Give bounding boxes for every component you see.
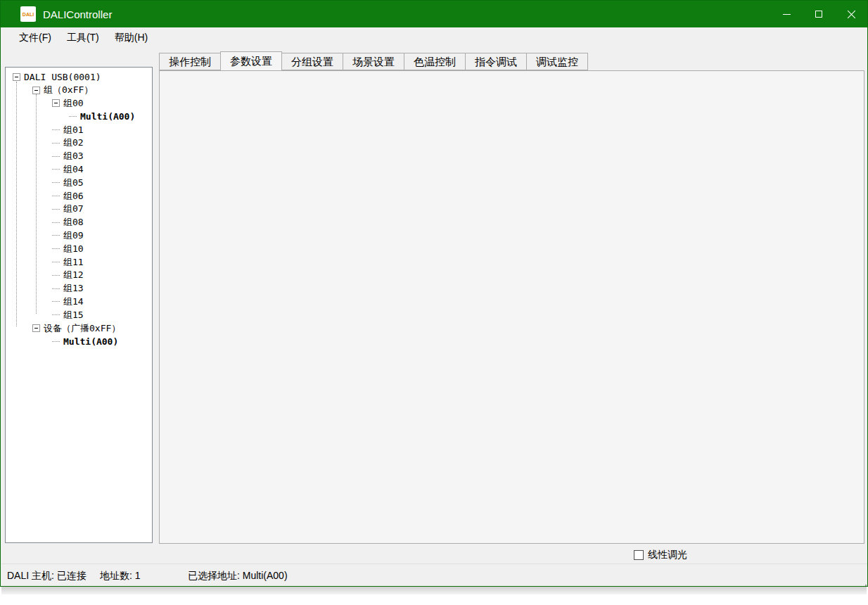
selected-address: 已选择地址: Multi(A00) <box>188 570 288 582</box>
tree-connector <box>52 314 60 315</box>
tree-node-label: 组06 <box>63 190 84 203</box>
tree-connector <box>52 301 60 302</box>
tree-node-label: 组04 <box>63 163 84 176</box>
address-count: 地址数: 1 <box>100 570 141 582</box>
tab-operation-control[interactable]: 操作控制 <box>159 53 221 70</box>
tree-node-multi-a00[interactable]: Multi(A00) <box>6 110 152 123</box>
parameter-settings-page <box>159 70 864 544</box>
tree-node-label: 组12 <box>63 269 84 281</box>
tree-node-group04[interactable]: 组04 <box>6 163 152 177</box>
host-status: DALI 主机: 已连接 <box>7 570 87 582</box>
minimize-icon <box>783 14 791 15</box>
collapse-icon[interactable] <box>52 99 60 107</box>
tree-node-label: 组08 <box>63 216 84 229</box>
tree-connector <box>52 196 60 196</box>
tree-node-group03[interactable]: 组03 <box>6 150 152 163</box>
maximize-button[interactable] <box>803 1 835 27</box>
maximize-icon <box>815 11 822 18</box>
tree-connector <box>52 248 60 249</box>
tree-node-group14[interactable]: 组14 <box>6 295 152 309</box>
tree-connector <box>52 209 60 210</box>
tab-command-debug[interactable]: 指令调试 <box>465 53 527 70</box>
tree-node-group13[interactable]: 组13 <box>6 282 152 295</box>
tree-connector <box>52 143 60 144</box>
app-window: DALI DALIController 文件(F) 工具(T) 帮助(H) DA… <box>0 0 868 587</box>
checkbox-label: 线性调光 <box>648 549 687 561</box>
tree-node-label: 组10 <box>63 243 84 255</box>
menu-bar: 文件(F) 工具(T) 帮助(H) <box>1 27 867 49</box>
tab-scene-settings[interactable]: 场景设置 <box>343 53 404 70</box>
tree-node-device-broadcast[interactable]: 设备（广播0xFF） <box>6 321 152 335</box>
tree-connector <box>52 341 60 342</box>
tree-node-label: Multi(A00) <box>63 336 118 347</box>
tree-connector <box>52 182 60 183</box>
tab-bar: 操作控制 参数设置 分组设置 场景设置 色温控制 指令调试 调试监控 <box>159 53 587 70</box>
tree-node-label: 组13 <box>63 282 84 295</box>
linear-dimming-checkbox[interactable]: 线性调光 <box>634 549 687 561</box>
status-bar: DALI 主机: 已连接 地址数: 1 已选择地址: Multi(A00) <box>1 563 867 587</box>
tree-node-label: 组（0xFF） <box>44 84 93 96</box>
tree-node-label: 组02 <box>63 136 84 149</box>
checkbox-icon[interactable] <box>634 550 644 560</box>
collapse-icon[interactable] <box>32 324 40 332</box>
tree-node-label: 组09 <box>63 229 84 242</box>
tree-connector <box>52 156 60 157</box>
tree-guide-line <box>16 82 17 326</box>
tree-node-group10[interactable]: 组10 <box>6 242 152 255</box>
tab-color-temp-control[interactable]: 色温控制 <box>404 53 466 70</box>
tree-node-label: 设备（广播0xFF） <box>44 322 120 335</box>
collapse-icon[interactable] <box>13 73 20 81</box>
tree-node-label: 组07 <box>63 203 84 215</box>
tree-node-label: 组14 <box>63 295 84 308</box>
tree-connector <box>52 169 60 170</box>
tree-node-label: 组11 <box>63 256 84 269</box>
tab-parameter-settings[interactable]: 参数设置 <box>220 51 282 70</box>
minimize-button[interactable] <box>770 1 803 27</box>
tree-node-root[interactable]: DALI USB(0001) <box>6 70 152 84</box>
tab-grouping-settings[interactable]: 分组设置 <box>281 53 343 70</box>
tree-node-label: DALI USB(0001) <box>24 72 101 82</box>
window-title: DALIController <box>43 8 112 20</box>
close-icon <box>847 10 856 19</box>
tree-connector <box>52 235 60 236</box>
tree-node-group09[interactable]: 组09 <box>6 229 152 243</box>
tree-connector <box>52 275 60 276</box>
title-bar: DALI DALIController <box>1 1 867 27</box>
menu-help[interactable]: 帮助(H) <box>107 29 155 47</box>
close-button[interactable] <box>835 1 867 27</box>
tree-connector <box>52 262 60 262</box>
tree-connector <box>52 222 60 223</box>
tree-node-group15[interactable]: 组15 <box>6 308 152 321</box>
tree-node-group01[interactable]: 组01 <box>6 123 152 136</box>
tree-node-group08[interactable]: 组08 <box>6 216 152 229</box>
tree-node-group11[interactable]: 组11 <box>6 255 152 269</box>
tree-node-label: Multi(A00) <box>80 111 135 122</box>
tree-node-group-ff[interactable]: 组（0xFF） <box>6 84 152 97</box>
tree-node-group07[interactable]: 组07 <box>6 203 152 216</box>
tree-node-group06[interactable]: 组06 <box>6 189 152 203</box>
tree-node-device-multi-a00[interactable]: Multi(A00) <box>6 335 152 348</box>
app-icon: DALI <box>20 6 36 22</box>
tree-node-label: 组03 <box>63 150 84 163</box>
tree-connector <box>52 288 60 289</box>
window-shadow <box>1 587 867 594</box>
tree-guide-line <box>36 94 37 314</box>
window-controls <box>770 1 867 27</box>
collapse-icon[interactable] <box>32 87 40 94</box>
device-tree: DALI USB(0001) 组（0xFF） 组00 Multi(A00) 组0… <box>5 67 153 543</box>
tree-connector <box>52 129 60 130</box>
tree-node-label: 组01 <box>63 124 84 136</box>
tab-debug-monitor[interactable]: 调试监控 <box>526 53 588 70</box>
tree-node-label: 组00 <box>63 97 84 110</box>
menu-tools[interactable]: 工具(T) <box>59 29 107 47</box>
tree-node-label: 组05 <box>63 177 84 189</box>
menu-file[interactable]: 文件(F) <box>11 29 59 47</box>
tree-connector <box>69 116 77 117</box>
resize-grip-icon[interactable] <box>862 582 864 583</box>
tree-node-group02[interactable]: 组02 <box>6 136 152 150</box>
tree-node-label: 组15 <box>63 309 84 321</box>
tree-node-group12[interactable]: 组12 <box>6 269 152 282</box>
tree-node-group05[interactable]: 组05 <box>6 176 152 189</box>
tree-node-group00[interactable]: 组00 <box>6 97 152 110</box>
